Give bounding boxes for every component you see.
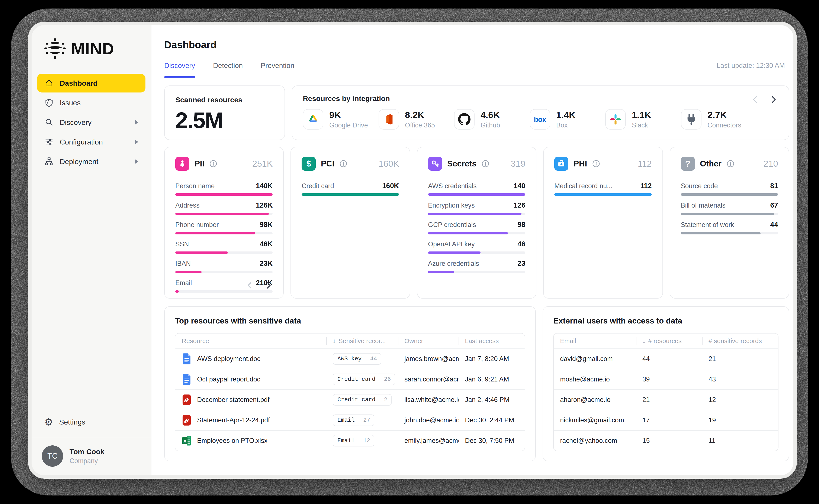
tab-prevention[interactable]: Prevention <box>261 62 294 77</box>
metric-bar <box>681 232 778 234</box>
metric-value: 160K <box>382 182 399 190</box>
table-row[interactable]: December statement.pdf Credit card2 lisa… <box>175 389 525 410</box>
sidebar-item-issues[interactable]: Issues <box>37 93 145 112</box>
sliders-icon <box>44 137 54 147</box>
pdf-file-icon <box>182 414 191 426</box>
integration-label: Connectors <box>708 121 741 129</box>
info-icon[interactable] <box>340 160 347 168</box>
category-count: 319 <box>511 159 525 169</box>
info-icon[interactable] <box>210 160 217 168</box>
metric-row: GCP credentials98 <box>428 221 525 234</box>
user-email: aharon@acme.io <box>554 390 636 410</box>
resources-count: 21 <box>636 390 702 410</box>
column-header-email[interactable]: Email <box>554 334 636 348</box>
card-prev-button[interactable] <box>246 281 254 290</box>
sidebar-item-deployment[interactable]: Deployment <box>37 152 145 171</box>
column-header-owner[interactable]: Owner <box>398 334 459 348</box>
last-access: Dec 30, 2:44 PM <box>459 410 525 430</box>
column-header-sensitive-records[interactable]: # sensitive records <box>702 334 778 348</box>
table-title: External users with access to data <box>553 316 779 325</box>
metric-value: 140K <box>256 182 273 190</box>
carousel-prev-button[interactable] <box>751 95 760 104</box>
sidebar-item-settings[interactable]: ⚙ Settings <box>37 413 145 431</box>
plug-icon <box>681 109 702 130</box>
metric-row: Source code81 <box>681 182 778 196</box>
tab-discovery[interactable]: Discovery <box>164 62 195 77</box>
question-icon: ? <box>681 157 695 171</box>
carousel-next-button[interactable] <box>769 95 778 104</box>
integration-github[interactable]: 4.6K Github <box>454 109 528 130</box>
sidebar-item-dashboard[interactable]: Dashboard <box>37 74 145 92</box>
metric-label: Medical record nu... <box>554 182 612 190</box>
metric-row: Azure credentials23 <box>428 259 525 273</box>
metric-row: SSN46K <box>175 240 273 254</box>
chevron-right-icon <box>135 159 138 164</box>
integration-label: Box <box>556 121 576 129</box>
info-icon[interactable] <box>482 160 489 168</box>
last-access: Jan 2, 4:46 PM <box>459 390 525 410</box>
integration-value: 8.2K <box>405 110 435 120</box>
column-header-last-access[interactable]: Last access <box>459 334 525 348</box>
integration-box[interactable]: box 1.4K Box <box>530 109 603 130</box>
user-profile[interactable]: TC Tom Cook Company <box>32 438 151 475</box>
resources-count: 44 <box>636 349 702 369</box>
table-row[interactable]: Oct paypal report.doc Credit card26 sara… <box>175 369 525 389</box>
info-icon[interactable] <box>727 160 734 168</box>
xlsx-file-icon: X <box>182 435 191 447</box>
top-resources-card: Top resources with sensitive data Resour… <box>164 306 536 461</box>
metric-label: Person name <box>175 182 215 190</box>
table-title: Top resources with sensitive data <box>175 316 525 325</box>
integration-google-drive[interactable]: 9K Google Drive <box>303 109 376 130</box>
column-header-resource[interactable]: Resource <box>175 334 326 348</box>
metric-value: 98 <box>518 221 525 229</box>
integration-label: Office 365 <box>405 121 435 129</box>
table-row[interactable]: AWS deployment.doc AWS key44 james.brown… <box>175 348 525 369</box>
gear-icon: ⚙ <box>44 417 53 427</box>
brand-name: MIND <box>71 39 114 58</box>
table-row[interactable]: aharon@acme.io 21 12 <box>554 389 778 410</box>
integration-value: 2.7K <box>708 110 741 120</box>
table-row[interactable]: moshe@acme.io 39 43 <box>554 369 778 389</box>
metric-value: 67 <box>770 201 778 209</box>
last-access: Dec 30, 7:50 PM <box>459 431 525 451</box>
sidebar: MIND Dashboard Issues Discovery <box>32 25 151 475</box>
integration-label: Google Drive <box>329 121 368 129</box>
sidebar-item-label: Settings <box>59 418 85 426</box>
google-drive-icon <box>303 109 323 130</box>
owner-email: emily.james@acme.io <box>398 431 459 451</box>
metric-row: Bill of materials67 <box>681 201 778 215</box>
resource-name: December statement.pdf <box>197 396 269 404</box>
info-icon[interactable] <box>592 160 600 168</box>
table-row[interactable]: X Employees on PTO.xlsx Email12 emily.ja… <box>175 430 525 451</box>
table-row[interactable]: rachel@yahoo.com 15 11 <box>554 430 778 451</box>
metric-label: Statement of work <box>681 221 734 229</box>
integration-office-365[interactable]: 8.2K Office 365 <box>379 109 452 130</box>
column-header-resources[interactable]: ↓# resources <box>636 334 702 348</box>
table-row[interactable]: Statement-Apr-12-24.pdf Email27 john.doe… <box>175 410 525 430</box>
sensitive-badge: Credit card2 <box>333 394 392 406</box>
scanned-resources-value: 2.5M <box>175 107 274 133</box>
page-title: Dashboard <box>164 39 789 51</box>
table-row[interactable]: nickmiles@gmail.com 17 19 <box>554 410 778 430</box>
category-card-secrets: Secrets 319 AWS credentials140 Encryptio… <box>417 147 536 299</box>
metric-bar <box>428 193 525 196</box>
sidebar-item-configuration[interactable]: Configuration <box>37 133 145 151</box>
sidebar-item-discovery[interactable]: Discovery <box>37 113 145 132</box>
card-next-button[interactable] <box>264 281 273 290</box>
metric-bar <box>681 213 778 215</box>
category-card-other: ? Other 210 Source code81 Bill of materi… <box>670 147 789 299</box>
tab-bar: Discovery Detection Prevention Last upda… <box>164 62 789 77</box>
metric-value: 46K <box>260 240 273 248</box>
metric-label: Email <box>175 279 192 287</box>
category-card-pci: $ PCI 160K Credit card160K <box>291 147 410 299</box>
metric-bar <box>302 193 399 196</box>
integration-slack[interactable]: 1.1K Slack <box>605 109 679 130</box>
integration-connectors[interactable]: 2.7K Connectors <box>681 109 755 130</box>
tab-detection[interactable]: Detection <box>213 62 243 77</box>
metric-value: 23K <box>260 259 273 267</box>
table-row[interactable]: david@gmail.com 44 21 <box>554 348 778 369</box>
column-header-sensitive-records[interactable]: ↓Sensitive recor... <box>326 334 398 348</box>
integration-label: Slack <box>632 121 651 129</box>
chevron-right-icon <box>135 140 138 144</box>
last-access: Jan 6, 9:21 AM <box>459 369 525 389</box>
